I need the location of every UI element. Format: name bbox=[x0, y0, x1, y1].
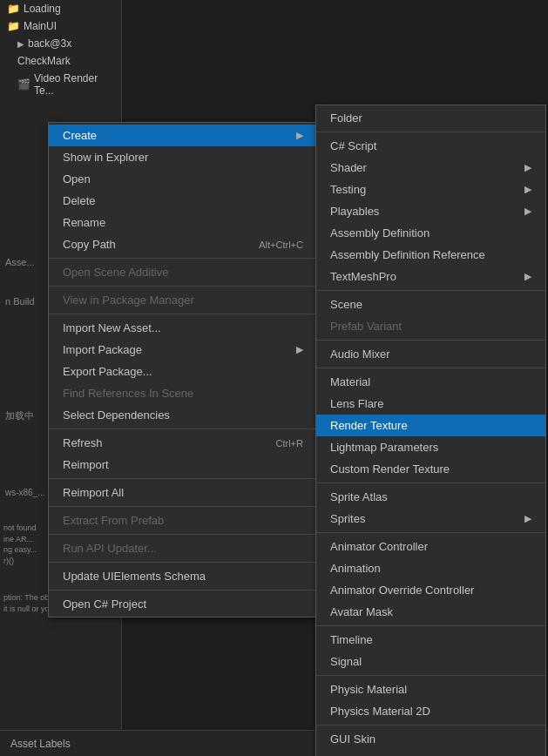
video-icon: 🎬 bbox=[17, 78, 30, 91]
menu-item-refresh[interactable]: Refresh Ctrl+R bbox=[49, 432, 317, 454]
path-label: ws-x86_... bbox=[5, 488, 45, 497]
separator-2 bbox=[49, 286, 317, 287]
menu-item-render-texture[interactable]: Render Texture bbox=[316, 415, 545, 436]
menu-item-view-package: View in Package Manager bbox=[49, 289, 317, 311]
r-separator-4 bbox=[316, 368, 545, 368]
menu-item-run-api: Run API Updater... bbox=[49, 537, 317, 559]
r-separator-5 bbox=[316, 483, 545, 483]
menu-item-shader[interactable]: Shader ▶ bbox=[316, 157, 545, 179]
menu-item-open-csharp[interactable]: Open C# Project bbox=[49, 593, 317, 615]
menu-item-assembly-def-ref[interactable]: Assembly Definition Reference bbox=[316, 244, 545, 266]
separator-7 bbox=[49, 534, 317, 535]
separator-6 bbox=[49, 506, 317, 507]
assets-label: Asse... bbox=[5, 257, 35, 267]
menu-item-animation[interactable]: Animation bbox=[316, 557, 545, 579]
folder-icon: 📁 bbox=[7, 3, 20, 15]
menu-item-timeline[interactable]: Timeline bbox=[316, 629, 545, 651]
menu-item-textmeshpro[interactable]: TextMeshPro ▶ bbox=[316, 266, 545, 287]
menu-item-reimport-all[interactable]: Reimport All bbox=[49, 482, 317, 503]
r-separator-1 bbox=[316, 132, 545, 132]
r-separator-7 bbox=[316, 625, 545, 626]
menu-item-folder[interactable]: Folder bbox=[316, 107, 545, 129]
r-separator-9 bbox=[316, 725, 545, 726]
menu-item-avatar-mask[interactable]: Avatar Mask bbox=[316, 601, 545, 623]
arrow-right-icon: ▶ bbox=[524, 271, 531, 282]
menu-item-sprite-atlas[interactable]: Sprite Atlas bbox=[316, 486, 545, 508]
menu-item-playables[interactable]: Playables ▶ bbox=[316, 200, 545, 222]
r-separator-6 bbox=[316, 532, 545, 533]
arrow-right-icon: ▶ bbox=[524, 513, 531, 524]
menu-item-show-explorer[interactable]: Show in Explorer bbox=[49, 146, 317, 168]
menu-item-lightmap-params[interactable]: Lightmap Parameters bbox=[316, 436, 545, 458]
arrow-right-icon: ▶ bbox=[524, 206, 531, 217]
tree-item-mainui[interactable]: 📁 MainUI bbox=[0, 17, 121, 35]
menu-item-physics-material-2d[interactable]: Physics Material 2D bbox=[316, 700, 545, 722]
menu-item-import-package[interactable]: Import Package ▶ bbox=[49, 339, 317, 361]
menu-item-delete[interactable]: Delete bbox=[49, 190, 317, 212]
separator-8 bbox=[49, 562, 317, 563]
separator-4 bbox=[49, 429, 317, 429]
separator-1 bbox=[49, 258, 317, 259]
menu-item-material[interactable]: Material bbox=[316, 371, 545, 393]
menu-item-custom-font[interactable]: Custom Font bbox=[316, 750, 545, 756]
folder-icon: 📁 bbox=[7, 20, 20, 32]
separator-5 bbox=[49, 478, 317, 479]
menu-item-assembly-def[interactable]: Assembly Definition bbox=[316, 222, 545, 244]
menu-item-gui-skin[interactable]: GUI Skin bbox=[316, 728, 545, 750]
menu-item-find-refs: Find References In Scene bbox=[49, 382, 317, 404]
tree-item-videorender[interactable]: 🎬 Video Render Te... bbox=[0, 70, 121, 99]
arrow-right-icon: ▶ bbox=[296, 344, 303, 355]
build-label: n Build bbox=[5, 296, 35, 307]
arrow-right-icon: ▶ bbox=[296, 130, 303, 141]
menu-item-update-schema[interactable]: Update UIElements Schema bbox=[49, 565, 317, 587]
menu-item-reimport[interactable]: Reimport bbox=[49, 454, 317, 476]
separator-3 bbox=[49, 314, 317, 314]
menu-item-rename[interactable]: Rename bbox=[49, 212, 317, 233]
menu-item-animator-controller[interactable]: Animator Controller bbox=[316, 536, 545, 557]
r-separator-2 bbox=[316, 290, 545, 291]
asset-labels-text: Asset Labels bbox=[10, 738, 71, 750]
menu-item-testing[interactable]: Testing ▶ bbox=[316, 179, 545, 200]
r-separator-3 bbox=[316, 340, 545, 341]
menu-item-create[interactable]: Create ▶ bbox=[49, 125, 317, 146]
menu-item-csharp-script[interactable]: C# Script bbox=[316, 135, 545, 157]
separator-9 bbox=[49, 590, 317, 591]
left-context-menu: Create ▶ Show in Explorer Open Delete Re… bbox=[48, 122, 318, 618]
menu-item-prefab-variant: Prefab Variant bbox=[316, 315, 545, 337]
tree-item-checkmark[interactable]: CheckMark bbox=[0, 52, 121, 70]
menu-item-animator-override[interactable]: Animator Override Controller bbox=[316, 579, 545, 601]
menu-item-extract-prefab: Extract From Prefab bbox=[49, 510, 317, 531]
menu-item-open[interactable]: Open bbox=[49, 168, 317, 190]
tree-item-back3x[interactable]: ▶ back@3x bbox=[0, 35, 121, 52]
arrow-right-icon: ▶ bbox=[524, 162, 531, 173]
arrow-right-icon: ▶ bbox=[524, 184, 531, 195]
menu-item-lens-flare[interactable]: Lens Flare bbox=[316, 393, 545, 415]
right-submenu: Folder C# Script Shader ▶ Testing ▶ Play… bbox=[315, 105, 546, 756]
r-separator-8 bbox=[316, 675, 545, 676]
menu-item-copy-path[interactable]: Copy Path Alt+Ctrl+C bbox=[49, 233, 317, 255]
menu-item-physic-material[interactable]: Physic Material bbox=[316, 678, 545, 700]
menu-item-select-deps[interactable]: Select Dependencies bbox=[49, 404, 317, 426]
menu-item-audio-mixer[interactable]: Audio Mixer bbox=[316, 343, 545, 365]
tree-item-loading[interactable]: 📁 Loading bbox=[0, 0, 121, 17]
menu-item-import-new[interactable]: Import New Asset... bbox=[49, 317, 317, 339]
menu-item-open-scene: Open Scene Additive bbox=[49, 261, 317, 283]
loading-label: 加载中 bbox=[5, 409, 34, 422]
menu-item-export-package[interactable]: Export Package... bbox=[49, 361, 317, 382]
menu-item-custom-render-texture[interactable]: Custom Render Texture bbox=[316, 458, 545, 480]
menu-item-signal[interactable]: Signal bbox=[316, 651, 545, 672]
menu-item-sprites[interactable]: Sprites ▶ bbox=[316, 508, 545, 530]
arrow-icon: ▶ bbox=[17, 39, 24, 49]
menu-item-scene[interactable]: Scene bbox=[316, 294, 545, 315]
